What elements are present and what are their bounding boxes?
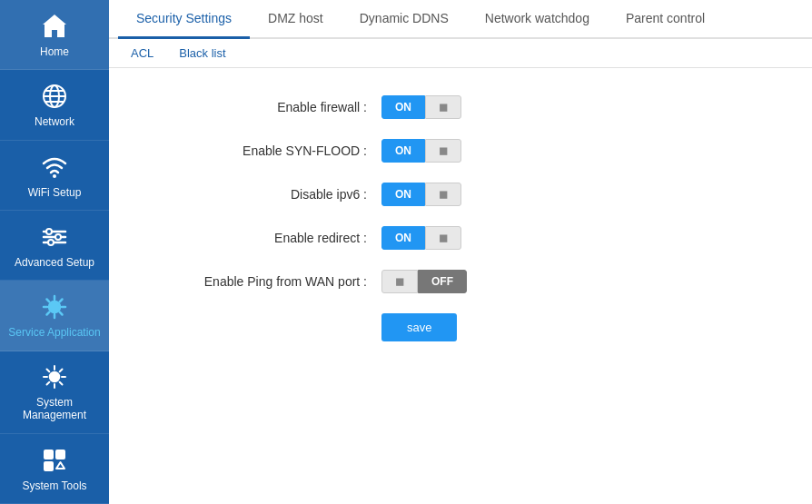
svg-point-5 [53, 174, 56, 178]
toggle-enable-syn-flood: ON ◼ [381, 139, 461, 163]
row-enable-syn-flood: Enable SYN-FLOOD : ON ◼ [145, 139, 776, 163]
tab-bar: Security Settings DMZ host Dynamic DDNS … [109, 0, 812, 39]
label-enable-ping-wan: Enable Ping from WAN port : [145, 274, 381, 289]
home-icon [38, 11, 71, 42]
toggle-on-enable-redirect[interactable]: ON [381, 226, 425, 250]
row-enable-redirect: Enable redirect : ON ◼ [145, 226, 776, 250]
sidebar-item-system-management[interactable]: System Management [0, 351, 109, 434]
toggle-on-disable-ipv6[interactable]: ON [381, 183, 425, 206]
toggle-off-enable-redirect[interactable]: ◼ [425, 226, 461, 250]
toggle-enable-ping-wan: ◼ OFF [381, 270, 467, 293]
sidebar-item-service-label: Service Application [8, 326, 100, 339]
svg-rect-14 [45, 450, 53, 459]
sidebar-item-home[interactable]: Home [0, 0, 109, 70]
system-management-icon [38, 362, 71, 392]
toggle-disable-ipv6: ON ◼ [381, 183, 461, 206]
toggle-on-enable-firewall[interactable]: ON [381, 95, 425, 119]
toggle-off-enable-firewall[interactable]: ◼ [425, 95, 461, 119]
sidebar-item-wifi-label: WiFi Setup [28, 186, 82, 199]
svg-point-13 [50, 372, 59, 381]
sub-tab-bar: ACL Black list [109, 39, 812, 68]
sidebar-item-system-tools[interactable]: System Tools [0, 434, 109, 504]
sidebar-item-advanced[interactable]: Advanced Setup [0, 211, 109, 281]
svg-rect-15 [56, 450, 64, 459]
svg-point-12 [49, 301, 60, 312]
main-content: Security Settings DMZ host Dynamic DDNS … [109, 0, 812, 504]
form-area: Enable firewall : ON ◼ Enable SYN-FLOOD … [109, 68, 812, 504]
row-enable-ping-wan: Enable Ping from WAN port : ◼ OFF [145, 270, 776, 293]
sidebar-item-advanced-label: Advanced Setup [15, 256, 94, 269]
service-icon [38, 292, 71, 322]
wifi-icon [38, 152, 71, 183]
toggle-off-disable-ipv6[interactable]: ◼ [425, 183, 461, 206]
system-tools-icon [38, 445, 71, 476]
tab-security-settings[interactable]: Security Settings [118, 0, 250, 39]
sidebar-item-wifi[interactable]: WiFi Setup [0, 141, 109, 211]
sidebar-item-service[interactable]: Service Application [0, 281, 109, 351]
tab-parent-control[interactable]: Parent control [608, 0, 723, 39]
sub-tab-black-list[interactable]: Black list [166, 39, 238, 67]
tab-dynamic-ddns[interactable]: Dynamic DDNS [342, 0, 467, 39]
label-enable-firewall: Enable firewall : [145, 100, 381, 114]
toggle-enable-firewall: ON ◼ [381, 95, 461, 119]
svg-rect-16 [45, 462, 53, 470]
toggle-enable-redirect: ON ◼ [381, 226, 461, 250]
label-enable-redirect: Enable redirect : [145, 231, 381, 245]
sidebar-item-home-label: Home [40, 45, 69, 58]
network-icon [38, 81, 71, 112]
label-enable-syn-flood: Enable SYN-FLOOD : [145, 143, 381, 158]
row-save: save [145, 313, 776, 341]
row-enable-firewall: Enable firewall : ON ◼ [145, 95, 776, 119]
label-disable-ipv6: Disable ipv6 : [145, 187, 381, 202]
save-button[interactable]: save [381, 313, 457, 341]
svg-point-10 [55, 234, 61, 240]
svg-point-11 [48, 240, 54, 245]
sidebar-item-system-tools-label: System Tools [22, 479, 86, 492]
svg-marker-17 [56, 462, 64, 469]
sidebar-item-network[interactable]: Network [0, 70, 109, 140]
toggle-on-ping-wan[interactable]: ◼ [381, 270, 418, 293]
sidebar-item-system-management-label: System Management [7, 396, 102, 422]
sub-tab-acl[interactable]: ACL [118, 39, 166, 67]
toggle-off-syn-flood[interactable]: ◼ [425, 139, 461, 163]
toggle-on-syn-flood[interactable]: ON [381, 139, 425, 163]
sidebar-item-network-label: Network [35, 115, 74, 128]
advanced-icon [38, 222, 71, 252]
sidebar: Home Network WiFi Setup [0, 0, 109, 504]
svg-point-9 [46, 229, 52, 234]
tab-network-watchdog[interactable]: Network watchdog [467, 0, 608, 39]
row-disable-ipv6: Disable ipv6 : ON ◼ [145, 183, 776, 206]
tab-dmz-host[interactable]: DMZ host [250, 0, 342, 39]
toggle-off-ping-wan[interactable]: OFF [418, 270, 467, 293]
